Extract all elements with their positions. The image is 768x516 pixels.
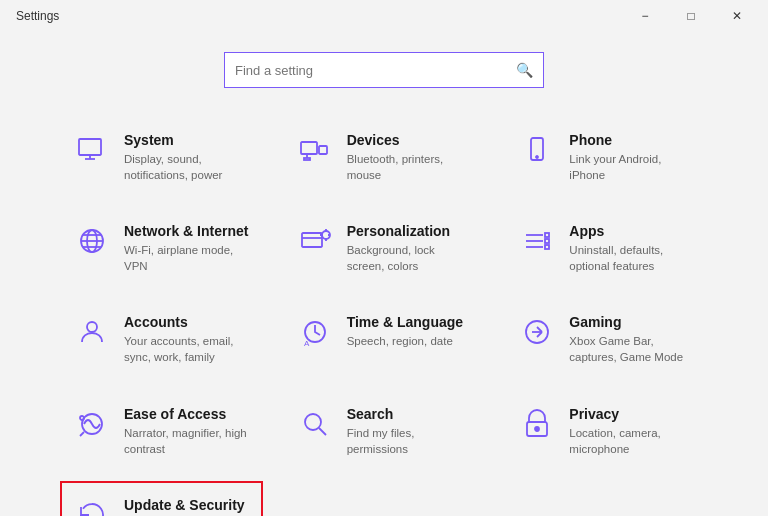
time-icon: A [297,314,333,350]
svg-rect-3 [301,142,317,154]
setting-item-update[interactable]: Update & Security Windows Update, recove… [60,481,263,516]
setting-desc-ease: Narrator, magnifier, high contrast [124,425,249,457]
window-controls: − □ ✕ [622,0,760,32]
setting-desc-privacy: Location, camera, microphone [569,425,694,457]
setting-item-gaming[interactable]: Gaming Xbox Game Bar, captures, Game Mod… [505,298,708,381]
svg-rect-24 [545,239,549,243]
svg-rect-26 [545,245,549,249]
svg-text:A: A [304,339,310,348]
setting-desc-devices: Bluetooth, printers, mouse [347,151,472,183]
search-input[interactable] [235,63,508,78]
setting-desc-accounts: Your accounts, email, sync, work, family [124,333,249,365]
apps-icon [519,223,555,259]
search-icon: 🔍 [516,62,533,78]
update-icon [74,497,110,516]
setting-desc-phone: Link your Android, iPhone [569,151,694,183]
setting-title-search: Search [347,406,472,422]
setting-title-accounts: Accounts [124,314,249,330]
setting-title-update: Update & Security [124,497,249,513]
setting-item-accounts[interactable]: Accounts Your accounts, email, sync, wor… [60,298,263,381]
svg-line-38 [319,428,326,435]
svg-rect-14 [302,233,322,247]
svg-rect-4 [319,146,327,154]
system-icon [74,132,110,168]
setting-title-privacy: Privacy [569,406,694,422]
settings-grid: System Display, sound, notifications, po… [60,116,708,516]
personalization-icon [297,223,333,259]
svg-point-37 [305,414,321,430]
privacy-icon [519,406,555,442]
svg-rect-6 [304,158,310,160]
setting-item-network[interactable]: Network & Internet Wi-Fi, airplane mode,… [60,207,263,290]
svg-point-35 [80,416,84,420]
svg-point-27 [87,322,97,332]
setting-item-personalization[interactable]: Personalization Background, lock screen,… [283,207,486,290]
network-icon [74,223,110,259]
minimize-button[interactable]: − [622,0,668,32]
gaming-icon [519,314,555,350]
title-bar: Settings − □ ✕ [0,0,768,32]
setting-title-phone: Phone [569,132,694,148]
setting-title-time: Time & Language [347,314,472,330]
setting-title-ease: Ease of Access [124,406,249,422]
svg-rect-25 [545,233,549,237]
setting-desc-search: Find my files, permissions [347,425,472,457]
svg-rect-0 [79,139,101,155]
setting-title-system: System [124,132,249,148]
setting-desc-network: Wi-Fi, airplane mode, VPN [124,242,249,274]
setting-item-search[interactable]: Search Find my files, permissions [283,390,486,473]
svg-line-36 [80,432,84,436]
setting-desc-gaming: Xbox Game Bar, captures, Game Mode [569,333,694,365]
search-container: 🔍 [60,32,708,116]
setting-item-apps[interactable]: Apps Uninstall, defaults, optional featu… [505,207,708,290]
setting-title-devices: Devices [347,132,472,148]
accounts-icon [74,314,110,350]
window-title: Settings [16,9,59,23]
setting-item-privacy[interactable]: Privacy Location, camera, microphone [505,390,708,473]
setting-item-ease[interactable]: Ease of Access Narrator, magnifier, high… [60,390,263,473]
setting-title-network: Network & Internet [124,223,249,239]
svg-point-8 [536,156,538,158]
setting-title-apps: Apps [569,223,694,239]
main-content: 🔍 System Display, sound, notifications, … [0,32,768,516]
setting-title-personalization: Personalization [347,223,472,239]
svg-point-40 [535,427,539,431]
search-box[interactable]: 🔍 [224,52,544,88]
ease-icon [74,406,110,442]
setting-item-devices[interactable]: Devices Bluetooth, printers, mouse [283,116,486,199]
setting-desc-personalization: Background, lock screen, colors [347,242,472,274]
setting-desc-system: Display, sound, notifications, power [124,151,249,183]
devices-icon [297,132,333,168]
setting-item-time[interactable]: A Time & Language Speech, region, date [283,298,486,381]
setting-item-system[interactable]: System Display, sound, notifications, po… [60,116,263,199]
close-button[interactable]: ✕ [714,0,760,32]
phone-icon [519,132,555,168]
setting-item-phone[interactable]: Phone Link your Android, iPhone [505,116,708,199]
setting-title-gaming: Gaming [569,314,694,330]
setting-desc-time: Speech, region, date [347,333,472,349]
setting-desc-apps: Uninstall, defaults, optional features [569,242,694,274]
search-icon [297,406,333,442]
maximize-button[interactable]: □ [668,0,714,32]
